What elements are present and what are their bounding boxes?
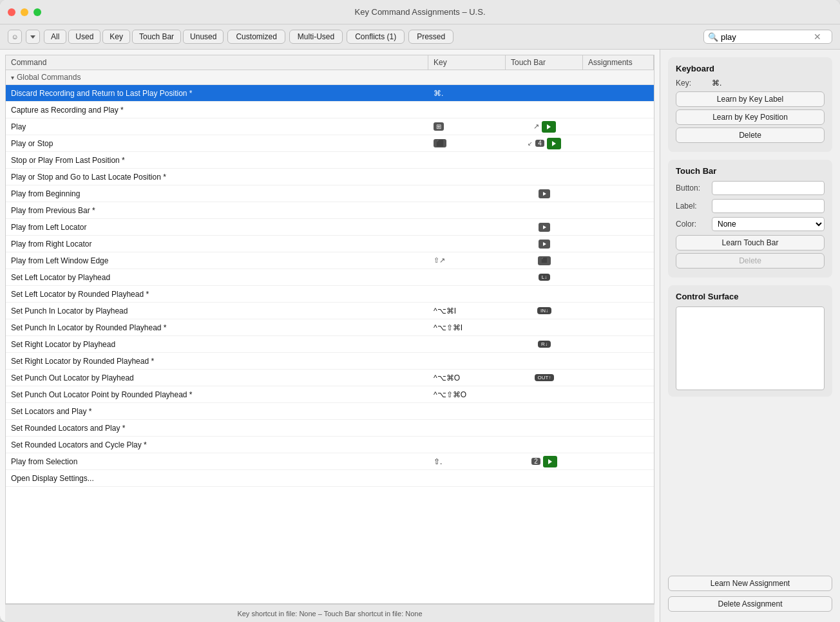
table-row[interactable]: Play from Left Locator [6,219,654,236]
table-row[interactable]: Play or Stop ⬛ ↙ 4 [6,135,654,152]
table-row[interactable]: Capture as Recording and Play * [6,102,654,118]
learn-touchbar-button[interactable]: Learn Touch Bar [676,235,825,250]
command-cell: Play from Left Locator [6,221,428,234]
table-row[interactable]: Set Rounded Locators and Cycle Play * [6,437,654,453]
assignments-cell [583,209,654,212]
main-content: Command Key Touch Bar Assignments ▾ Glob… [0,50,840,622]
table-row[interactable]: Set Rounded Locators and Play * [6,420,654,437]
table-row[interactable]: Set Punch Out Locator by Playhead ^⌥⌘O O… [6,370,654,386]
learn-new-assignment-button[interactable]: Learn New Assignment [668,576,832,591]
status-text: Key shortcut in file: None – Touch Bar s… [237,610,422,617]
delete-key-button[interactable]: Delete [676,127,825,143]
command-cell: Play [6,120,428,133]
key-cell [428,158,506,162]
touchbar-cell [506,393,583,397]
control-surface-box [676,306,825,390]
close-button[interactable] [8,8,15,16]
table-area: Command Key Touch Bar Assignments ▾ Glob… [0,50,660,622]
table-row[interactable]: Set Locators and Play * [6,403,654,420]
filter-customized-button[interactable]: Customized [227,30,285,44]
right-panel: Keyboard Key: ⌘. Learn by Key Label Lear… [660,50,840,622]
key-cell [428,410,506,413]
column-header-key: Key [428,55,506,70]
play-triangle-icon [543,225,546,229]
table-row[interactable]: Set Punch In Locator by Rounded Playhead… [6,319,654,336]
color-select[interactable]: None [712,217,825,231]
key-cell [428,192,506,196]
search-icon: 🔍 [708,32,718,42]
assignments-cell [583,343,654,346]
table-row[interactable]: Set Right Locator by Playhead R↓ [6,336,654,353]
button-field: Button: [676,181,825,195]
screen-icon: ⬛ [538,256,551,265]
assignments-cell [583,175,654,179]
table-row[interactable]: Stop or Play From Last Position * [6,152,654,169]
command-cell: Set Rounded Locators and Cycle Play * [6,438,428,451]
filter-key-button[interactable]: Key [102,30,130,44]
play-button-sm [539,223,550,232]
table-row[interactable]: Play from Left Window Edge ⇧↗ ⬛ [6,252,654,269]
key-chars: ^⌥⌘I [434,306,456,316]
filter-multiused-button[interactable]: Multi-Used [289,30,343,44]
key-cell [428,175,506,179]
touchbar-cell [506,91,583,95]
titlebar: Key Command Assignments – U.S. [0,0,840,24]
touchbar-section: Touch Bar Button: Label: Color: None Lea… [668,160,832,278]
table-row[interactable]: Open Display Settings... [6,470,654,487]
label-input[interactable] [712,199,825,213]
filter-used-button[interactable]: Used [68,30,100,44]
filter-pressed-button[interactable]: Pressed [408,30,453,44]
control-surface-section: Control Surface [668,285,832,397]
learn-key-position-button[interactable]: Learn by Key Position [676,109,825,125]
delete-touchbar-button[interactable]: Delete [676,253,825,269]
filter-conflicts-button[interactable]: Conflicts (1) [347,30,405,44]
key-icon: ⊞ [434,122,444,131]
table-row[interactable]: Set Left Locator by Rounded Playhead * [6,286,654,303]
search-input[interactable] [721,32,811,42]
minimize-button[interactable] [21,8,28,16]
assignments-cell [583,443,654,447]
touchbar-cell [506,410,583,413]
filter-all-button[interactable]: All [44,30,66,44]
control-surface-title: Control Surface [676,292,825,301]
assignments-cell [583,359,654,363]
label-label: Label: [676,202,708,211]
table-row[interactable]: Discard Recording and Return to Last Pla… [6,85,654,102]
command-cell: Set Locators and Play * [6,405,428,418]
assignments-cell [583,460,654,464]
dropdown-icon[interactable] [26,30,40,44]
filter-touchbar-button[interactable]: Touch Bar [132,30,181,44]
learn-key-label-button[interactable]: Learn by Key Label [676,91,825,107]
table-row[interactable]: Set Right Locator by Rounded Playhead * [6,353,654,370]
table-row[interactable]: Play or Stop and Go to Last Locate Posit… [6,169,654,185]
table-row[interactable]: Set Left Locator by Playhead L↓ [6,269,654,286]
command-cell: Set Left Locator by Rounded Playhead * [6,288,428,301]
delete-assignment-button[interactable]: Delete Assignment [668,596,832,612]
command-cell: Set Punch Out Locator by Playhead [6,372,428,384]
add-icon[interactable]: ☺ [8,30,22,44]
button-input[interactable] [712,181,825,195]
table-row[interactable]: Play from Beginning [6,185,654,202]
filter-unused-button[interactable]: Unused [183,30,224,44]
touchbar-char: ↙ [528,140,533,147]
table-row[interactable]: Set Punch Out Locator Point by Rounded P… [6,386,654,403]
label-field: Label: [676,199,825,213]
toolbar: ☺ All Used Key Touch Bar Unused Customiz… [0,24,840,50]
table-row[interactable]: Play ⊞ ↗ [6,118,654,135]
touchbar-cell: IN↓ [506,305,583,316]
command-cell: Play from Left Window Edge [6,254,428,267]
table-row[interactable]: Set Punch In Locator by Playhead ^⌥⌘I IN… [6,303,654,319]
group-header-global[interactable]: ▾ Global Commands [6,70,654,85]
table-row[interactable]: Play from Previous Bar * [6,202,654,219]
key-chars: ⇧↗ [434,256,445,265]
command-cell: Set Punch Out Locator Point by Rounded P… [6,388,428,401]
key-cell: ⌘. [428,87,506,100]
table-row[interactable]: Play from Selection ⇧. 2 [6,453,654,470]
column-header-command: Command [6,55,428,70]
command-cell: Play from Selection [6,455,428,468]
key-cell: ⇧↗ [428,254,506,267]
maximize-button[interactable] [33,8,41,16]
search-clear-button[interactable]: ✕ [814,32,821,42]
table-row[interactable]: Play from Right Locator [6,236,654,252]
assignments-cell [583,276,654,279]
